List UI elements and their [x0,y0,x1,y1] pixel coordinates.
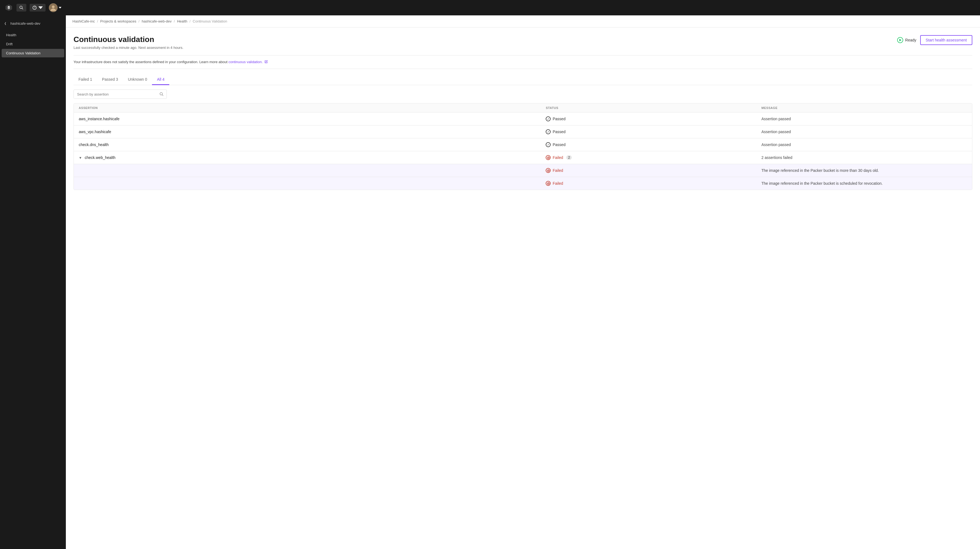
sidebar: hashicafe-web-dev Health Drift Continuou… [0,15,66,549]
breadcrumb-hashicafe-inc[interactable]: HashiCafe-inc [72,19,95,23]
message-text: 2 assertions failed [761,155,792,160]
message-cell-sub: The image referenced in the Packer bucke… [756,164,972,177]
failed-icon-sub: ⊘ [546,181,550,186]
table-row: ▼ check.web_health ⊘ Failed 2 [74,151,972,164]
status-cell: ✓ Passed [541,113,756,125]
assertion-cell: check.dns_health [74,138,541,151]
content-area: Continuous validation Last successfully … [66,27,980,549]
status-cell: ✓ Passed [541,138,756,151]
table-row: aws_vpc.hashicafe ✓ Passed [74,125,972,138]
failed-icon-sub: ⊘ [546,168,550,173]
status-label: Passed [552,129,565,134]
assertion-cell-sub [74,164,541,177]
info-banner: Your infrastructure does not satisfy the… [73,55,972,69]
col-header-status: STATUS [541,104,756,113]
tabs: Failed 1 Passed 3 Unknown 0 All 4 [73,74,972,85]
search-input[interactable] [74,90,157,99]
search-submit-button[interactable] [157,90,167,99]
check-mark: ✓ [547,130,549,134]
check-mark: ✓ [547,117,549,121]
tab-failed[interactable]: Failed 1 [73,74,97,85]
status-label-sub: Failed [552,168,563,173]
breadcrumb-projects[interactable]: Projects & workspaces [100,19,136,23]
assertion-name: check.web_health [85,155,116,160]
assertion-name: check.dns_health [79,142,109,147]
sidebar-item-label: Continuous Validation [6,51,41,55]
ready-label: Ready [905,38,916,42]
col-header-assertion: ASSERTION [74,104,541,113]
assertion-cell: aws_vpc.hashicafe [74,125,541,138]
assertions-table: ASSERTION STATUS MESSAGE aws_instance.ha… [73,103,972,190]
assertion-name: aws_instance.hashicafe [79,117,119,121]
sidebar-item-health[interactable]: Health [2,31,64,39]
user-menu-button[interactable] [49,3,62,12]
ready-icon [897,37,903,43]
expand-button[interactable]: ▼ [79,156,82,160]
message-text: Assertion passed [761,129,791,134]
page-title-area: Continuous validation Last successfully … [73,35,183,50]
status-passed: ✓ Passed [546,117,751,121]
start-health-assessment-button[interactable]: Start health assessment [920,35,972,45]
search-button[interactable] [16,4,26,11]
search-bar [73,89,167,99]
page-subtitle: Last successfully checked a minute ago. … [73,46,183,50]
assertion-cell: ▼ check.web_health [74,151,541,164]
assertion-cell-sub [74,177,541,190]
logo [5,3,13,12]
svg-text:?: ? [34,6,36,10]
svg-point-5 [52,5,55,8]
status-label: Passed [552,117,565,121]
avatar [49,3,57,12]
tab-all[interactable]: All 4 [152,74,169,85]
status-cell-sub: ⊘ Failed [541,177,756,190]
sidebar-item-continuous-validation[interactable]: Continuous Validation [2,49,64,57]
workspace-link[interactable]: hashicafe-web-dev [0,19,66,28]
table-row: check.dns_health ✓ Passed [74,138,972,151]
continuous-validation-link[interactable]: continuous validation. [229,60,263,64]
breadcrumb-current: Continuous Validation [192,19,227,23]
status-passed: ✓ Passed [546,129,751,134]
message-cell: Assertion passed [756,125,972,138]
header-actions: Ready Start health assessment [897,35,972,45]
message-cell: Assertion passed [756,138,972,151]
message-cell-sub: The image referenced in the Packer bucke… [756,177,972,190]
help-button[interactable]: ? [30,4,46,11]
breadcrumb-health[interactable]: Health [177,19,188,23]
passed-icon: ✓ [546,142,550,147]
table: ASSERTION STATUS MESSAGE aws_instance.ha… [74,104,972,190]
status-cell: ⊘ Failed 2 [541,151,756,164]
failed-icon: ⊘ [546,155,550,160]
message-cell: Assertion passed [756,113,972,125]
tab-unknown[interactable]: Unknown 0 [123,74,152,85]
workspace-name: hashicafe-web-dev [10,21,40,26]
breadcrumb-workspace[interactable]: hashicafe-web-dev [142,19,172,23]
status-failed-sub: ⊘ Failed [546,181,751,186]
assertion-name: aws_vpc.hashicafe [79,129,111,134]
assertion-cell: aws_instance.hashicafe [74,113,541,125]
svg-point-0 [20,6,22,8]
tab-passed[interactable]: Passed 3 [97,74,123,85]
svg-line-8 [162,95,163,96]
failed-count-badge: 2 [566,155,572,160]
ready-badge: Ready [897,37,916,43]
external-link-icon [264,60,268,64]
message-text-sub: The image referenced in the Packer bucke… [761,168,879,173]
breadcrumb-sep-4: / [189,19,191,23]
page-title: Continuous validation [73,35,183,44]
breadcrumb-sep-3: / [174,19,175,23]
breadcrumb-sep-2: / [138,19,140,23]
passed-icon: ✓ [546,129,550,134]
status-failed-sub: ⊘ Failed [546,168,751,173]
col-header-message: MESSAGE [756,104,972,113]
breadcrumb-sep-1: / [97,19,98,23]
ready-play-icon [899,39,902,41]
sidebar-item-label: Drift [6,42,13,46]
message-text-sub: The image referenced in the Packer bucke… [761,181,883,185]
table-sub-row: ⊘ Failed The image referenced in the Pac… [74,177,972,190]
status-failed: ⊘ Failed 2 [546,155,751,160]
sidebar-item-drift[interactable]: Drift [2,40,64,48]
breadcrumb: HashiCafe-inc / Projects & workspaces / … [66,15,980,27]
check-mark: ✓ [547,143,549,147]
status-label: Passed [552,142,565,147]
status-passed: ✓ Passed [546,142,751,147]
